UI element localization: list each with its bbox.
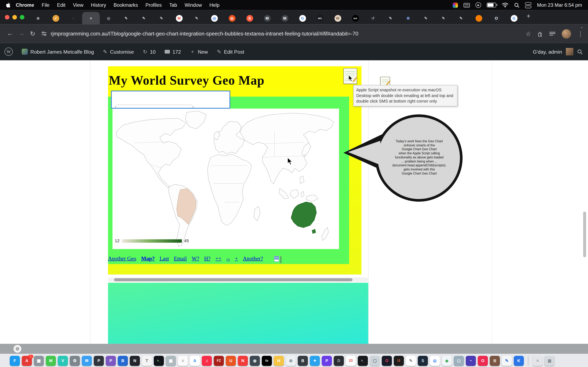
- gear-icon[interactable]: ⚙: [13, 345, 21, 353]
- profile-avatar[interactable]: [562, 29, 571, 38]
- maps-icon[interactable]: ◈: [442, 356, 452, 366]
- document-app-icon[interactable]: ≡: [178, 356, 188, 366]
- browser-tab[interactable]: M: [259, 12, 276, 25]
- wp-logo-item[interactable]: W: [0, 43, 17, 60]
- terminal-alt-icon[interactable]: >_: [358, 356, 368, 366]
- active-app-name[interactable]: Chrome: [12, 2, 38, 8]
- battery-icon[interactable]: [487, 3, 496, 8]
- calendar-icon[interactable]: 23: [346, 356, 356, 366]
- wp-admin-avatar[interactable]: [566, 48, 573, 55]
- downloads-stack-icon[interactable]: ≡: [532, 356, 543, 366]
- close-window-button[interactable]: [5, 15, 9, 19]
- camera-app-icon[interactable]: ◉: [250, 356, 260, 366]
- browser-tab[interactable]: ◌: [65, 12, 82, 25]
- browser-tab[interactable]: M: [170, 12, 188, 25]
- trash-icon[interactable]: ▦: [545, 356, 555, 366]
- news-icon[interactable]: N: [238, 356, 248, 366]
- textedit-alt-icon[interactable]: ✎: [406, 356, 416, 366]
- apple-menu-icon[interactable]: [6, 2, 10, 8]
- notes-icon[interactable]: N: [130, 356, 140, 366]
- bookmark-star-icon[interactable]: ☆: [526, 30, 531, 37]
- menu-item[interactable]: Profiles: [142, 2, 165, 8]
- browser-tab[interactable]: AFL: [311, 12, 329, 25]
- page-link[interactable]: +: [235, 256, 238, 262]
- zoom-window-button[interactable]: [20, 15, 24, 19]
- media-queue-icon[interactable]: [549, 31, 555, 36]
- browser-tab[interactable]: ✎: [135, 12, 153, 25]
- wp-comments-item[interactable]: 172: [160, 43, 185, 60]
- browser-tab[interactable]: ⚙: [399, 12, 417, 25]
- back-button[interactable]: ←: [4, 30, 16, 38]
- chrome-icon[interactable]: ◎: [430, 356, 440, 366]
- launchpad-icon[interactable]: ▦: [34, 356, 44, 366]
- page-link[interactable]: Map?: [141, 256, 155, 262]
- extensions-puzzle-icon[interactable]: [537, 31, 543, 37]
- minimize-window-button[interactable]: [12, 15, 17, 19]
- wp-customise-item[interactable]: ✎Customise: [98, 43, 138, 60]
- music-icon[interactable]: ♫: [202, 356, 212, 366]
- wp-search-icon[interactable]: [577, 49, 583, 55]
- monitor-icon[interactable]: [281, 256, 281, 263]
- opera-icon[interactable]: O: [478, 356, 488, 366]
- chrome-menu-kebab-icon[interactable]: ⋮: [578, 30, 584, 37]
- forward-button[interactable]: →: [16, 30, 27, 38]
- browser-tab[interactable]: ✎: [435, 12, 452, 25]
- mail-icon[interactable]: ✉: [82, 356, 92, 366]
- system-settings-icon[interactable]: ⚙: [70, 356, 80, 366]
- tab-overflow-chevron-icon[interactable]: ⌄: [580, 24, 584, 29]
- browser-tab[interactable]: ✎: [188, 12, 205, 25]
- browser-tab[interactable]: ✎: [452, 12, 470, 25]
- browser-tab[interactable]: ◎: [223, 12, 241, 25]
- site-info-tune-icon[interactable]: [41, 31, 47, 36]
- wp-edit-post-item[interactable]: ✎Edit Post: [212, 43, 249, 60]
- page-link[interactable]: Email: [174, 256, 187, 262]
- wp-new-item[interactable]: ＋New: [185, 43, 212, 60]
- dark-app-icon[interactable]: D: [334, 356, 344, 366]
- menu-bar-clock[interactable]: Mon 23 Mar 6:54 pm: [537, 2, 582, 8]
- opera-gx-icon[interactable]: O: [382, 356, 392, 366]
- menu-item[interactable]: File: [38, 2, 53, 8]
- filezilla-icon[interactable]: FZ: [214, 356, 224, 366]
- ubuntu-icon[interactable]: U: [226, 356, 236, 366]
- menu-item[interactable]: Window: [181, 2, 206, 8]
- menu-item[interactable]: History: [87, 2, 110, 8]
- geo-chart[interactable]: [112, 109, 339, 249]
- facetime-icon[interactable]: V: [58, 356, 68, 366]
- archive-app-icon[interactable]: ▢: [370, 356, 380, 366]
- page-link[interactable]: Another Geo: [108, 256, 136, 262]
- browser-tab[interactable]: ◎: [100, 12, 117, 25]
- play-icon[interactable]: ▶: [476, 2, 481, 8]
- wp-site-item[interactable]: Robert James Metcalfe Blog: [17, 43, 98, 60]
- browser-tab[interactable]: ×: [82, 12, 100, 25]
- browser-tab[interactable]: S: [241, 12, 258, 25]
- app-store-icon[interactable]: A 1: [22, 356, 32, 366]
- page-link[interactable]: Last: [160, 256, 169, 262]
- wp-greeting[interactable]: G'day, admin: [533, 49, 562, 55]
- browser-tab[interactable]: ⊕: [29, 12, 47, 25]
- yellow-app-icon[interactable]: H: [274, 356, 284, 366]
- app-store-alt-icon[interactable]: A: [190, 356, 200, 366]
- address-bar[interactable]: rjmprogramming.com.au/ITblog/google-char…: [51, 31, 358, 37]
- wp-updates-item[interactable]: ↻10: [138, 43, 160, 60]
- browser-tab[interactable]: O: [488, 12, 505, 25]
- page-link[interactable]: Another?: [243, 256, 263, 262]
- preview-app-icon[interactable]: ◻: [454, 356, 464, 366]
- browser-tab[interactable]: ✎: [153, 12, 170, 25]
- page-link[interactable]: --: [226, 256, 230, 262]
- menu-item[interactable]: Tab: [165, 2, 181, 8]
- horizontal-scrollbar-thumb[interactable]: [114, 278, 352, 281]
- browser-tab[interactable]: ◎: [206, 12, 223, 25]
- keynote-icon[interactable]: K: [514, 356, 524, 366]
- podcasts-alt-icon[interactable]: P: [322, 356, 332, 366]
- control-center-icon[interactable]: [525, 2, 531, 8]
- chart-list-icon[interactable]: [274, 256, 279, 262]
- browser-tab[interactable]: ✎: [417, 12, 434, 25]
- no-entry-app-icon[interactable]: ⊘: [286, 356, 296, 366]
- menu-item[interactable]: View: [69, 2, 87, 8]
- new-tab-button[interactable]: +: [527, 12, 530, 20]
- page-link[interactable]: H?: [204, 256, 210, 262]
- bear-app-icon[interactable]: B: [298, 356, 308, 366]
- safari-icon[interactable]: ✦: [310, 356, 320, 366]
- australia-region[interactable]: [291, 202, 316, 234]
- textedit-icon[interactable]: T: [142, 356, 152, 366]
